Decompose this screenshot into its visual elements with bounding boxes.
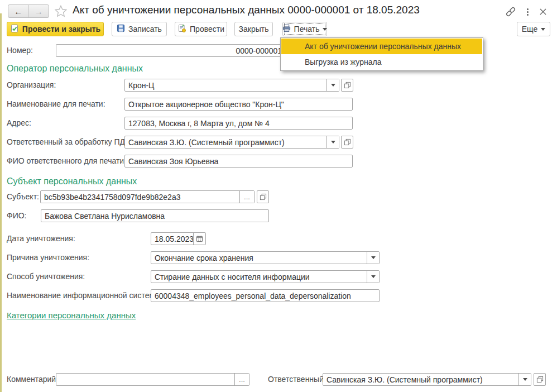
menu-item-journal-export[interactable]: Выгрузка из журнала bbox=[281, 54, 482, 70]
destruction-method-field[interactable]: Стирание данных с носителя информации bbox=[151, 270, 380, 283]
responsible-pdn-dropdown-button[interactable] bbox=[326, 136, 339, 148]
comment-label: Комментарий: bbox=[7, 375, 58, 384]
responsible-pdn-value: Савинская З.Ю. (Системный программист) bbox=[125, 136, 326, 148]
responsible-field[interactable]: Савинская З.Ю. (Системный программист) bbox=[323, 373, 531, 386]
get-link-icon[interactable] bbox=[504, 6, 517, 18]
kebab-menu-icon[interactable] bbox=[524, 6, 531, 18]
printer-icon bbox=[282, 24, 291, 34]
responsible-dropdown-button[interactable] bbox=[518, 374, 531, 385]
window-edge-strip bbox=[0, 13, 2, 392]
responsible-open-button[interactable] bbox=[534, 373, 546, 386]
subject-value: bc5b93be4b2341758d097fde9b82e2a3 bbox=[41, 191, 239, 203]
chevron-down-icon bbox=[541, 28, 545, 31]
open-in-new-icon bbox=[344, 82, 351, 89]
destruction-reason-dropdown-button[interactable] bbox=[367, 252, 379, 264]
subject-section-header: Субъект персональных данных bbox=[7, 176, 137, 187]
info-system-field[interactable]: 60004348_employees_personal_data_deperso… bbox=[151, 289, 380, 302]
menu-item-act-destruction[interactable]: Акт об уничтожении персональных данных bbox=[281, 39, 482, 54]
print-name-value: Открытое акционерное общество "Крон-Ц" bbox=[125, 98, 352, 110]
subject-label: Субъект: bbox=[7, 192, 39, 201]
more-label: Еще bbox=[522, 25, 538, 34]
destruction-method-dropdown-button[interactable] bbox=[367, 271, 379, 283]
destruction-date-field[interactable]: 18.05.2023 bbox=[151, 232, 206, 245]
responsible-print-fio-field[interactable]: Савинская Зоя Юрьевна bbox=[124, 155, 353, 168]
address-value: 127083, Москва г, 8 Марта ул, дом № 4 bbox=[125, 117, 352, 129]
post-document-icon bbox=[177, 24, 186, 35]
forward-button[interactable]: → bbox=[29, 5, 49, 17]
doc-check-icon bbox=[10, 24, 19, 35]
calendar-button[interactable] bbox=[193, 233, 205, 245]
destruction-reason-field[interactable]: Окончание срока хранения bbox=[151, 251, 380, 264]
chevron-down-icon bbox=[523, 378, 527, 381]
destruction-reason-value: Окончание срока хранения bbox=[151, 252, 367, 264]
chevron-down-icon bbox=[371, 256, 376, 259]
fio-label: ФИО: bbox=[7, 211, 27, 220]
print-button[interactable]: Печать bbox=[282, 22, 327, 36]
chevron-down-icon bbox=[331, 141, 335, 144]
destruction-date-label: Дата уничтожения: bbox=[7, 234, 75, 243]
comment-expand-button[interactable]: ... bbox=[234, 374, 249, 385]
open-in-new-icon bbox=[260, 193, 267, 200]
subject-choose-button[interactable]: ... bbox=[239, 191, 254, 203]
post-label: Провести bbox=[190, 25, 224, 34]
nav-history-group: ← → bbox=[8, 4, 49, 18]
organization-value: Крон-Ц bbox=[125, 79, 326, 91]
favorite-star-icon[interactable] bbox=[54, 4, 68, 21]
post-and-close-button[interactable]: Провести и закрыть bbox=[7, 22, 104, 36]
print-name-field[interactable]: Открытое акционерное общество "Крон-Ц" bbox=[124, 98, 353, 111]
number-value: 0000-000001 bbox=[56, 45, 285, 56]
comment-value bbox=[56, 374, 234, 385]
chevron-down-icon bbox=[323, 28, 327, 31]
info-system-value: 60004348_employees_personal_data_deperso… bbox=[151, 290, 379, 302]
organization-label: Организация: bbox=[7, 80, 56, 89]
number-label: Номер: bbox=[7, 46, 33, 55]
post-and-close-label: Провести и закрыть bbox=[22, 25, 100, 34]
print-label: Печать bbox=[294, 25, 320, 34]
categories-link[interactable]: Категории персональных данных bbox=[7, 310, 136, 320]
open-in-new-icon bbox=[344, 138, 351, 146]
comment-field[interactable]: ... bbox=[56, 373, 249, 386]
print-dropdown-menu: Акт об уничтожении персональных данных В… bbox=[280, 37, 483, 71]
responsible-pdn-label: Ответственный за обработку ПДн: bbox=[7, 137, 132, 146]
more-button[interactable]: Еще bbox=[517, 22, 550, 36]
page-title: Акт об уничтожении персональных данных 0… bbox=[73, 4, 420, 16]
subject-open-button[interactable] bbox=[257, 190, 269, 203]
print-name-label: Наименование для печати: bbox=[7, 99, 105, 108]
responsible-print-fio-value: Савинская Зоя Юрьевна bbox=[125, 155, 352, 167]
destruction-date-value: 18.05.2023 bbox=[151, 233, 193, 245]
save-label: Записать bbox=[128, 25, 162, 34]
chevron-down-icon bbox=[331, 84, 335, 87]
post-button[interactable]: Провести bbox=[175, 22, 227, 36]
open-in-new-icon bbox=[536, 376, 544, 383]
destruction-method-value: Стирание данных с носителя информации bbox=[151, 271, 367, 283]
fio-value: Бажова Светлана Нурисламовна bbox=[41, 210, 268, 222]
organization-field[interactable]: Крон-Ц bbox=[124, 79, 339, 92]
responsible-value: Савинская З.Ю. (Системный программист) bbox=[323, 374, 518, 385]
destruction-method-label: Способ уничтожения: bbox=[7, 272, 85, 281]
responsible-print-fio-label: ФИО ответственного для печати: bbox=[7, 156, 126, 165]
close-form-button[interactable]: Закрыть bbox=[234, 22, 273, 36]
back-button[interactable]: ← bbox=[8, 5, 29, 17]
responsible-label: Ответственный: bbox=[268, 375, 326, 384]
document-window: ← → Акт об уничтожении персональных данн… bbox=[0, 0, 557, 392]
operator-section-header: Оператор персональных данных bbox=[7, 64, 143, 74]
close-form-label: Закрыть bbox=[239, 25, 269, 34]
subject-field[interactable]: bc5b93be4b2341758d097fde9b82e2a3 ... bbox=[40, 190, 255, 203]
calendar-icon bbox=[196, 235, 203, 242]
responsible-pdn-open-button[interactable] bbox=[341, 136, 353, 149]
save-button[interactable]: Записать bbox=[112, 22, 167, 36]
close-icon[interactable] bbox=[537, 6, 549, 18]
fio-field[interactable]: Бажова Светлана Нурисламовна bbox=[41, 209, 269, 222]
destruction-reason-label: Причина уничтожения: bbox=[7, 253, 89, 262]
info-system-label: Наименование информационной системы: bbox=[7, 291, 162, 300]
address-field[interactable]: 127083, Москва г, 8 Марта ул, дом № 4 bbox=[124, 117, 353, 130]
responsible-pdn-field[interactable]: Савинская З.Ю. (Системный программист) bbox=[124, 136, 339, 149]
save-floppy-icon bbox=[117, 24, 125, 34]
number-field[interactable]: 0000-000001 bbox=[56, 44, 286, 57]
address-label: Адрес: bbox=[7, 118, 31, 127]
organization-open-button[interactable] bbox=[341, 79, 353, 92]
chevron-down-icon bbox=[371, 275, 376, 278]
organization-dropdown-button[interactable] bbox=[326, 79, 339, 91]
